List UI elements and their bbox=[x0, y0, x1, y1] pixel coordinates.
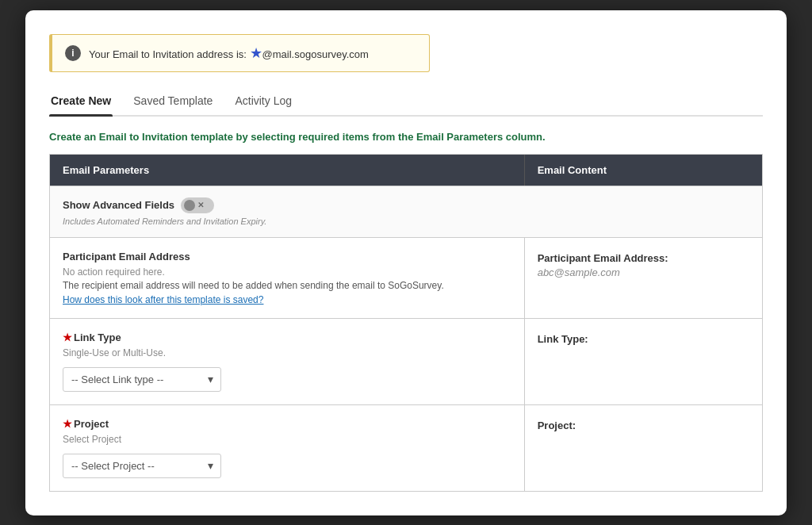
col-header-params: Email Parameters bbox=[50, 155, 525, 186]
email-params-table: Email Parameters Email Content Show Adva… bbox=[49, 154, 763, 492]
link-type-title: ★Link Type bbox=[63, 331, 511, 343]
participant-email-right-value: abc@sample.com bbox=[538, 266, 620, 278]
project-right-label: Project: bbox=[538, 420, 576, 431]
page-description: Create an Email to Invitation template b… bbox=[49, 131, 763, 143]
link-type-sub: Single-Use or Multi-Use. bbox=[63, 347, 511, 358]
participant-email-section: Participant Email Address No action requ… bbox=[50, 237, 762, 318]
tab-bar: Create New Saved Template Activity Log bbox=[49, 90, 763, 117]
col-header-content: Email Content bbox=[525, 155, 762, 186]
project-title: ★Project bbox=[63, 418, 511, 430]
participant-email-desc: The recipient email address will need to… bbox=[63, 280, 511, 291]
project-dropdown-wrap: -- Select Project -- ▾ bbox=[63, 454, 221, 478]
tab-saved-template[interactable]: Saved Template bbox=[132, 90, 214, 115]
link-type-left: ★Link Type Single-Use or Multi-Use. -- S… bbox=[50, 319, 525, 404]
link-type-dropdown-wrap: -- Select Link type -- ▾ bbox=[63, 367, 221, 392]
main-window: i Your Email to Invitation address is: ★… bbox=[25, 10, 787, 515]
tab-activity-log[interactable]: Activity Log bbox=[233, 90, 293, 115]
participant-email-title: Participant Email Address bbox=[63, 251, 511, 262]
advanced-sub-text: Includes Automated Reminders and Invitat… bbox=[63, 217, 749, 226]
project-section: ★Project Select Project -- Select Projec… bbox=[50, 404, 762, 491]
link-type-section: ★Link Type Single-Use or Multi-Use. -- S… bbox=[50, 318, 762, 404]
info-icon: i bbox=[65, 45, 81, 61]
project-right: Project: bbox=[525, 405, 762, 491]
table-header: Email Parameters Email Content bbox=[50, 155, 762, 186]
advanced-toggle-group: Show Advanced Fields ✕ bbox=[63, 197, 749, 213]
participant-email-right: Participant Email Address: abc@sample.co… bbox=[525, 238, 762, 318]
project-left: ★Project Select Project -- Select Projec… bbox=[50, 405, 525, 491]
toggle-x-icon: ✕ bbox=[197, 201, 204, 209]
participant-email-link[interactable]: How does this look after this template i… bbox=[63, 294, 511, 305]
participant-email-left: Participant Email Address No action requ… bbox=[50, 238, 525, 318]
project-sub: Select Project bbox=[63, 434, 511, 445]
tab-create-new[interactable]: Create New bbox=[49, 90, 113, 115]
project-dropdown[interactable]: -- Select Project -- bbox=[63, 454, 221, 478]
link-type-right: Link Type: bbox=[525, 319, 762, 404]
toggle-circle bbox=[184, 200, 195, 211]
link-type-right-label: Link Type: bbox=[538, 333, 588, 345]
info-text: Your Email to Invitation address is: ★@m… bbox=[89, 44, 369, 62]
description-highlight: Email Parameters column. bbox=[416, 131, 546, 143]
link-type-required-star: ★ bbox=[63, 331, 72, 343]
star-icon: ★ bbox=[250, 44, 262, 62]
link-type-dropdown[interactable]: -- Select Link type -- bbox=[63, 367, 221, 392]
participant-email-right-label: Participant Email Address: bbox=[538, 252, 668, 264]
advanced-toggle-switch[interactable]: ✕ bbox=[181, 197, 214, 213]
project-required-star: ★ bbox=[63, 418, 72, 430]
participant-email-sub: No action required here. bbox=[63, 266, 511, 278]
info-banner: i Your Email to Invitation address is: ★… bbox=[49, 34, 430, 72]
advanced-label: Show Advanced Fields bbox=[63, 199, 174, 211]
advanced-fields-row: Show Advanced Fields ✕ Includes Automate… bbox=[50, 186, 762, 237]
